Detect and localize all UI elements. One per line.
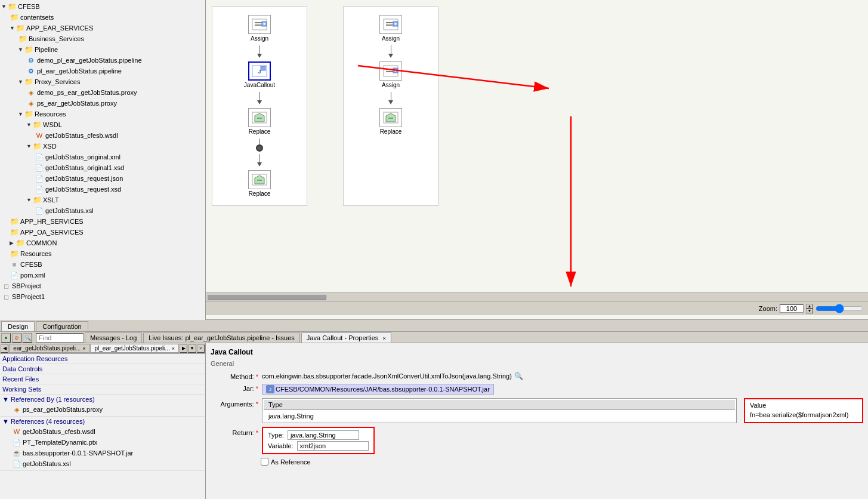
expand-icon[interactable]: ▼ xyxy=(26,197,32,203)
sidebar-item-label: Resources xyxy=(35,110,66,118)
sidebar-item-pl-ear[interactable]: ⚙ pl_ear_getJobStatus.pipeline xyxy=(1,66,204,76)
node-javacallout[interactable]: J JavaCallout xyxy=(244,61,275,88)
zoom-up-btn[interactable]: ▲ xyxy=(806,304,813,309)
pl-tab-close-2[interactable]: × xyxy=(172,346,175,352)
ref-jar[interactable]: ☕ bas.sbsupporter-0.0.1-SNAPSHOT.jar xyxy=(12,448,203,458)
nav-working-sets[interactable]: Working Sets xyxy=(0,384,205,395)
sidebar-item-pom[interactable]: 📄 pom.xml xyxy=(1,270,204,281)
node-label: Replace xyxy=(249,190,271,197)
pl-tab-btn-close[interactable]: × xyxy=(197,344,205,353)
sidebar-item-xml-file[interactable]: 📄 getJobStatus_original.xml xyxy=(1,152,204,162)
tab-messages-log[interactable]: Messages - Log xyxy=(85,332,142,343)
zoom-input[interactable] xyxy=(780,304,804,313)
sidebar-item-cfesb[interactable]: ▼ 📁 CFESB xyxy=(1,1,204,12)
ref-ps-ear[interactable]: ◈ ps_ear_getJobStatus.proxy xyxy=(12,404,203,415)
node-replace-1[interactable]: Replace xyxy=(248,108,271,135)
hscroll-thumb[interactable] xyxy=(207,294,326,300)
node-assign-1[interactable]: Assign xyxy=(248,15,271,42)
sidebar-item-ps-ear[interactable]: ◈ ps_ear_getJobStatus.proxy xyxy=(1,98,204,109)
wsdl-icon-ref: W xyxy=(12,427,21,436)
tab-java-callout-props[interactable]: Java Callout - Properties × xyxy=(301,332,391,343)
json-icon: 📄 xyxy=(35,174,44,183)
msg-green-btn[interactable]: ● xyxy=(1,333,11,343)
tab-close-icon[interactable]: × xyxy=(382,335,385,341)
pl-tab-close-1[interactable]: × xyxy=(82,346,85,352)
sidebar-item-wsdl-folder[interactable]: ▼ 📁 WSDL xyxy=(1,119,204,130)
search-icon[interactable]: 🔍 xyxy=(514,372,523,380)
sidebar-item-resources2[interactable]: 📁 Resources xyxy=(1,248,204,259)
pl-tab-scroll-left[interactable]: ◀ xyxy=(1,344,8,353)
sidebar-item-pipeline-folder[interactable]: ▼ 📁 Pipeline xyxy=(1,44,204,55)
sidebar-item-wsdl-file[interactable]: W getJobStatus_cfesb.wsdl xyxy=(1,130,204,141)
sidebar-item-app-oa[interactable]: 📁 APP_OA_SERVICES xyxy=(1,227,204,238)
sidebar-item-label: Business_Services xyxy=(29,35,84,42)
sidebar-item-cfesb2[interactable]: ■ CFESB xyxy=(1,259,204,270)
return-type-input[interactable] xyxy=(288,430,359,440)
sidebar-item-sbproject1[interactable]: ◻ SBProject1 xyxy=(1,291,204,302)
sidebar-item-label: CFESB xyxy=(20,261,42,268)
sidebar-item-label: ps_ear_getJobStatus.proxy xyxy=(37,100,117,107)
sidebar-item-label: APP_EAR_SERVICES xyxy=(26,24,93,32)
expand-icon[interactable]: ▶ xyxy=(10,240,16,246)
tab-live-issues[interactable]: Live Issues: pl_ear_getJobStatus.pipelin… xyxy=(143,332,300,343)
sidebar-item-xslt-folder[interactable]: ▼ 📁 XSLT xyxy=(1,195,204,205)
props-wrapper: Type java.lang.String xyxy=(262,398,863,423)
sidebar-item-proxy-folder[interactable]: ▼ 📁 Proxy_Services xyxy=(1,76,204,87)
node-assign-r2[interactable]: Assign xyxy=(379,61,402,88)
ref-ptx[interactable]: 📄 PT_TemplateDynamic.ptx xyxy=(12,437,203,448)
expand-icon[interactable]: ▼ xyxy=(26,122,32,128)
pl-tab-scroll-right[interactable]: ▶ xyxy=(180,344,187,353)
nav-app-resources[interactable]: Application Resources xyxy=(0,354,205,364)
as-reference-checkbox[interactable] xyxy=(261,458,268,466)
sidebar-item-business[interactable]: 📁 Business_Services xyxy=(1,33,204,44)
wsdl-icon: W xyxy=(35,131,44,140)
sidebar-item-xsd-file1[interactable]: 📄 getJobStatus_original1.xsd xyxy=(1,162,204,173)
expand-icon[interactable]: ▼ xyxy=(18,47,24,53)
node-replace-r1[interactable]: Replace xyxy=(379,108,402,135)
sidebar-item-demo-ps[interactable]: ◈ demo_ps_ear_getJobStatus.proxy xyxy=(1,87,204,98)
sidebar-item-xsl-file[interactable]: 📄 getJobStatus.xsl xyxy=(1,205,204,216)
node-replace-2[interactable]: Replace xyxy=(248,170,271,197)
sidebar-item-common[interactable]: ▶ 📁 COMMON xyxy=(1,238,204,248)
jar-path-box[interactable]: J CFESB/COMMON/Resources/JAR/bas.sbsuppo… xyxy=(262,384,494,395)
sidebar-item-xsd-folder[interactable]: ▼ 📁 XSD xyxy=(1,141,204,152)
zoom-slider[interactable] xyxy=(816,304,863,313)
nav-recent-files[interactable]: Recent Files xyxy=(0,374,205,384)
proxy-icon: ◈ xyxy=(26,98,36,108)
expand-icon[interactable]: ▼ xyxy=(18,111,24,117)
sidebar-item-label: Pipeline xyxy=(35,46,58,53)
sidebar-item-demo-pl[interactable]: ⚙ demo_pl_ear_getJobStatus.pipeline xyxy=(1,55,204,66)
referenced-by-toggle[interactable]: ▼ Referenced By (1 resources) xyxy=(2,396,95,403)
required-marker4: * xyxy=(256,429,258,436)
sidebar-item-app-hr[interactable]: 📁 APP_HR_SERVICES xyxy=(1,216,204,227)
nav-data-controls[interactable]: Data Controls xyxy=(0,364,205,374)
msg-stop-btn[interactable]: ⊘ xyxy=(12,333,21,343)
sidebar-item-resources-folder[interactable]: ▼ 📁 Resources xyxy=(1,109,204,119)
tab-design[interactable]: Design xyxy=(1,321,35,331)
node-assign-r1[interactable]: Assign xyxy=(379,15,402,42)
references-toggle[interactable]: ▼ References (4 resources) xyxy=(2,418,85,425)
expand-icon[interactable]: ▼ xyxy=(10,25,16,31)
pl-tab-btn-extra[interactable]: ▼ xyxy=(188,344,196,353)
sidebar-item-app-ear[interactable]: ▼ 📁 APP_EAR_SERVICES xyxy=(1,23,204,33)
expand-icon[interactable]: ▼ xyxy=(1,4,7,10)
pipeline-tab-2[interactable]: pl_ear_getJobStatus.pipeli... × xyxy=(90,344,178,353)
zoom-bar: Zoom: ▲ ▼ xyxy=(206,301,868,315)
return-variable-input[interactable] xyxy=(297,441,369,451)
expand-icon[interactable]: ▼ xyxy=(18,79,24,85)
sidebar-item-label: XSD xyxy=(43,143,57,150)
expand-icon[interactable]: ▼ xyxy=(26,143,32,149)
msg-search-btn[interactable]: 🔍 xyxy=(23,333,32,343)
sidebar-item-contentsets[interactable]: 📁 contentsets xyxy=(1,12,204,23)
sidebar-item-sbproject[interactable]: ◻ SBProject xyxy=(1,281,204,291)
sidebar-item-xsd-file2[interactable]: 📄 getJobStatus_request.xsd xyxy=(1,184,204,195)
tab-configuration[interactable]: Configuration xyxy=(36,321,88,331)
pipeline-tab-1[interactable]: ear_getJobStatus.pipeli... × xyxy=(9,344,89,353)
ref-wsdl[interactable]: W getJobStatus_cfesb.wsdl xyxy=(12,426,203,437)
sidebar-item-json-file[interactable]: 📄 getJobStatus_request.json xyxy=(1,173,204,184)
zoom-down-btn[interactable]: ▼ xyxy=(806,309,813,313)
ref-xsl[interactable]: 📄 getJobStatus.xsl xyxy=(12,458,203,469)
table-row[interactable]: java.lang.String xyxy=(264,411,735,421)
hscrollbar[interactable] xyxy=(206,292,868,301)
find-input[interactable] xyxy=(36,333,84,343)
